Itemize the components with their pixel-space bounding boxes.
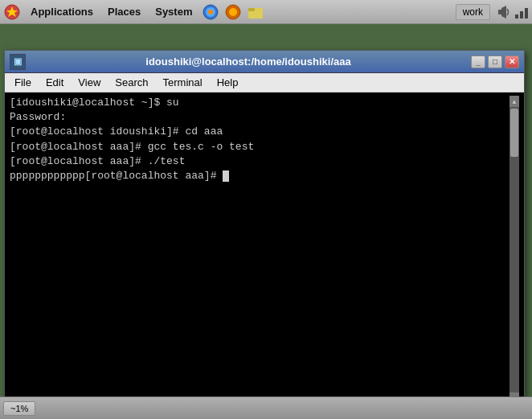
desktop: ▣ idoushiki@localhost:/home/idoushiki/aa… [0,24,532,419]
system-menu[interactable]: System [150,4,197,19]
terminal-menu-bar: File Edit View Search Terminal Help [5,73,524,92]
terminal-scrollbar[interactable]: ▲ ▼ [509,96,519,404]
menu-search[interactable]: Search [108,75,154,90]
titlebar-controls: _ □ ✕ [471,55,519,68]
minimize-button[interactable]: _ [471,55,485,68]
network-icon [514,5,529,19]
system-tray [497,5,529,19]
folder-icon[interactable] [247,3,264,21]
scrollbar-thumb[interactable] [510,109,518,157]
terminal-body[interactable]: [idoushiki@localhost ~]$ su Password: [r… [5,92,524,407]
close-button[interactable]: ✕ [505,55,519,68]
taskbar-right: work [456,4,529,20]
bottom-task-item[interactable]: ~1% [3,401,35,416]
system-label: System [155,6,192,18]
menu-file[interactable]: File [8,75,38,90]
task-percent: ~1% [10,404,28,413]
volume-icon [497,5,511,19]
scrollbar-track[interactable] [509,107,519,392]
svg-rect-10 [515,14,518,18]
terminal-line-4: [root@localhost aaa]# gcc tes.c -o test [10,140,509,154]
applications-label: Applications [31,6,93,18]
terminal-line-3: [root@localhost idoushiki]# cd aaa [10,125,509,139]
svg-point-5 [229,8,237,16]
terminal-line-1: [idoushiki@localhost ~]$ su [10,96,509,110]
terminal-window: ▣ idoushiki@localhost:/home/idoushiki/aa… [4,50,525,408]
svg-point-3 [208,10,213,14]
menu-view[interactable]: View [72,75,107,90]
terminal-titlebar: ▣ idoushiki@localhost:/home/idoushiki/aa… [5,51,524,73]
svg-marker-9 [501,6,506,18]
svg-rect-11 [520,11,523,18]
svg-rect-12 [525,8,528,18]
terminal-window-icon: ▣ [10,54,26,70]
taskbar: Applications Places System work [0,0,532,24]
places-menu[interactable]: Places [103,4,145,19]
scrollbar-up-arrow[interactable]: ▲ [509,96,519,107]
menu-terminal[interactable]: Terminal [157,75,209,90]
places-label: Places [108,6,141,18]
svg-rect-8 [498,10,501,14]
system-icon [3,3,21,21]
terminal-cursor [223,170,229,182]
work-label: work [456,4,490,20]
browser-icon[interactable] [202,3,219,21]
terminal-line-6: pppppppppppp[root@localhost aaa]# [10,169,509,183]
terminal-content: [idoushiki@localhost ~]$ su Password: [r… [10,96,509,404]
bottom-taskbar: ~1% [0,396,532,419]
terminal-title: idoushiki@localhost:/home/idoushiki/aaa [26,55,471,68]
menu-help[interactable]: Help [211,75,245,90]
terminal-line-2: Password: [10,110,509,125]
terminal-line-5: [root@localhost aaa]# ./test [10,154,509,169]
headphone-icon[interactable] [224,3,242,21]
svg-rect-7 [248,8,255,11]
maximize-button[interactable]: □ [488,55,502,68]
applications-menu[interactable]: Applications [26,4,98,19]
menu-edit[interactable]: Edit [39,75,70,90]
